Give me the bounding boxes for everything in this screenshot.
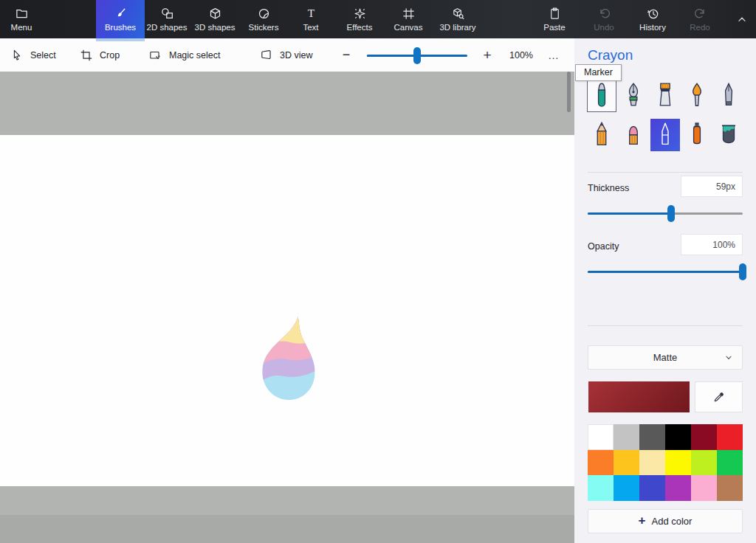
palette-color-14[interactable] (639, 475, 665, 501)
more-options-button[interactable]: … (543, 38, 564, 72)
crayon-icon (654, 120, 676, 150)
chevron-down-icon (724, 353, 733, 362)
watercolour-icon (686, 81, 708, 111)
palette-color-13[interactable] (614, 475, 639, 501)
tab-brushes-label: Brushes (105, 23, 136, 32)
material-dropdown[interactable]: Matte (588, 345, 743, 370)
zoom-in-label: + (483, 47, 491, 63)
palette-color-4[interactable] (691, 424, 717, 450)
opacity-slider[interactable] (588, 263, 743, 280)
brush-spray-can[interactable] (682, 119, 712, 151)
opacity-slider-thumb[interactable] (739, 263, 746, 280)
thickness-slider[interactable] (588, 205, 743, 221)
pixel-pen-icon (718, 81, 740, 111)
crop-button[interactable]: Crop (80, 38, 120, 72)
opacity-label: Opacity (588, 241, 619, 252)
workspace-bottom-shade (0, 515, 574, 543)
palette-color-3[interactable] (665, 424, 691, 450)
effects-icon (353, 7, 367, 21)
history-icon (646, 7, 660, 21)
palette-color-6[interactable] (588, 450, 614, 476)
tab-text-label: Text (303, 23, 318, 32)
palette-color-2[interactable] (639, 424, 665, 450)
zoom-in-button[interactable]: + (478, 38, 496, 72)
eraser-icon (622, 120, 645, 150)
history-button[interactable]: History (630, 0, 675, 38)
add-color-label: Add color (652, 516, 693, 527)
3d-view-button[interactable]: 3D view (260, 38, 312, 72)
tab-stickers-label: Stickers (249, 23, 279, 32)
tab-text[interactable]: T Text (289, 0, 333, 38)
brushes-icon (114, 7, 128, 21)
select-label: Select (30, 50, 56, 60)
brush-calligraphy-pen[interactable] (619, 80, 648, 112)
brush-eraser[interactable] (619, 119, 648, 151)
workspace (0, 72, 574, 543)
3d-shapes-icon (208, 7, 222, 21)
tab-2d-shapes[interactable]: 2D shapes (143, 0, 190, 38)
palette-color-9[interactable] (665, 450, 691, 476)
tab-3d-library[interactable]: 3D library (431, 0, 484, 38)
tab-3d-shapes[interactable]: 3D shapes (191, 0, 238, 38)
palette-color-1[interactable] (614, 424, 639, 450)
brush-pencil[interactable] (587, 119, 616, 151)
zoom-value-label: 100% (509, 50, 533, 60)
more-options-label: … (548, 49, 560, 61)
tab-brushes[interactable]: Brushes (96, 0, 145, 38)
thickness-slider-thumb[interactable] (667, 205, 675, 222)
zoom-slider[interactable] (367, 47, 467, 63)
palette-color-10[interactable] (691, 450, 717, 476)
brushes-panel: Crayon (574, 38, 756, 543)
opacity-value-input[interactable]: 100% (681, 234, 743, 255)
redo-button[interactable]: Redo (678, 0, 722, 38)
drawing-canvas[interactable] (0, 135, 574, 486)
plus-icon: + (639, 514, 646, 527)
brush-fill[interactable] (714, 119, 743, 151)
eyedropper-button[interactable] (695, 381, 743, 412)
brush-row-1 (587, 80, 743, 112)
marker-icon (591, 81, 613, 111)
select-button[interactable]: Select (10, 38, 56, 72)
chevron-up-icon (736, 13, 748, 25)
palette-color-12[interactable] (588, 475, 614, 501)
pencil-icon (591, 120, 613, 150)
canvas-scrollbar-thumb[interactable] (567, 72, 571, 112)
stickers-icon (257, 7, 271, 21)
collapse-ribbon-button[interactable] (731, 0, 753, 38)
tab-effects[interactable]: Effects (336, 0, 383, 38)
marker-tooltip: Marker (575, 64, 622, 81)
eyedropper-icon (712, 391, 725, 404)
palette-color-0[interactable] (588, 424, 614, 450)
brush-row-2 (587, 119, 743, 151)
palette-color-7[interactable] (614, 450, 639, 476)
tab-3d-library-label: 3D library (439, 23, 475, 32)
zoom-out-button[interactable]: − (338, 38, 354, 72)
tab-canvas[interactable]: Canvas (385, 0, 432, 38)
brush-pixel-pen[interactable] (714, 80, 743, 112)
palette-color-15[interactable] (665, 475, 691, 501)
magic-select-icon (149, 49, 162, 62)
magic-select-button[interactable]: Magic select (149, 38, 220, 72)
thickness-value-input[interactable]: 59px (681, 176, 743, 197)
opacity-slider-fill (588, 271, 743, 273)
add-color-button[interactable]: + Add color (588, 509, 743, 533)
palette-color-11[interactable] (717, 450, 743, 476)
undo-button[interactable]: Undo (582, 0, 626, 38)
palette-color-8[interactable] (639, 450, 665, 476)
brush-crayon[interactable] (650, 119, 680, 151)
brush-watercolour[interactable] (682, 80, 712, 112)
paste-button[interactable]: Paste (532, 0, 577, 38)
palette-color-16[interactable] (691, 475, 717, 501)
brush-oil-brush[interactable] (650, 80, 680, 112)
menu-button[interactable]: Menu (4, 0, 38, 38)
color-palette (588, 424, 743, 501)
3d-library-icon (451, 7, 465, 21)
brush-marker[interactable] (587, 80, 616, 112)
zoom-value[interactable]: 100% (506, 38, 536, 72)
palette-color-17[interactable] (717, 475, 743, 501)
tab-stickers[interactable]: Stickers (240, 0, 287, 38)
palette-color-5[interactable] (717, 424, 743, 450)
current-color-swatch[interactable] (588, 381, 690, 412)
zoom-slider-thumb[interactable] (413, 47, 421, 64)
paint3d-drop-logo (253, 312, 323, 407)
